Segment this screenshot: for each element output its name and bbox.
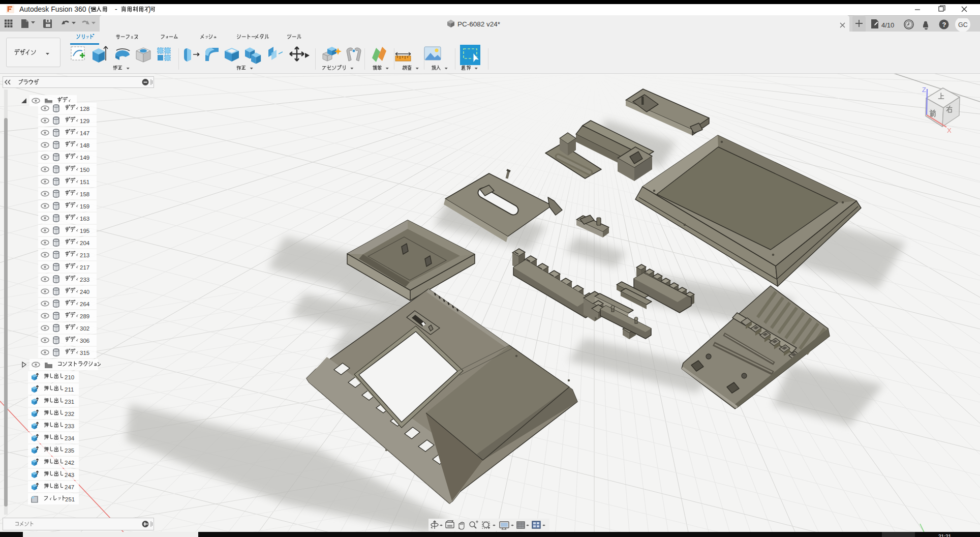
svg-text:GC: GC bbox=[958, 21, 968, 28]
svg-text:251: 251 bbox=[65, 496, 75, 502]
svg-text:128: 128 bbox=[80, 106, 89, 112]
svg-text:213: 213 bbox=[80, 252, 89, 258]
svg-text:163: 163 bbox=[80, 216, 89, 222]
svg-text:302: 302 bbox=[80, 325, 89, 332]
svg-text:151: 151 bbox=[80, 179, 89, 185]
svg-text:306: 306 bbox=[80, 338, 89, 344]
svg-text:233: 233 bbox=[65, 423, 74, 429]
svg-text:289: 289 bbox=[80, 313, 89, 319]
svg-text:211: 211 bbox=[65, 386, 74, 393]
svg-text:235: 235 bbox=[65, 448, 74, 454]
svg-text:150: 150 bbox=[80, 167, 89, 173]
svg-text:242: 242 bbox=[65, 460, 74, 466]
svg-text:234: 234 bbox=[65, 435, 75, 441]
svg-text:-: - bbox=[115, 5, 117, 13]
svg-text:195: 195 bbox=[80, 228, 89, 234]
svg-text:158: 158 bbox=[80, 191, 89, 197]
svg-text:315: 315 bbox=[80, 350, 89, 356]
svg-text:264: 264 bbox=[80, 301, 90, 307]
svg-text:231: 231 bbox=[65, 399, 74, 405]
svg-text:243: 243 bbox=[65, 472, 74, 478]
svg-text:240: 240 bbox=[80, 289, 89, 295]
svg-text:?: ? bbox=[942, 21, 946, 28]
svg-text:129: 129 bbox=[80, 118, 89, 124]
svg-text:4/10: 4/10 bbox=[881, 21, 894, 29]
svg-text:149: 149 bbox=[80, 155, 89, 161]
svg-text:232: 232 bbox=[65, 411, 74, 417]
svg-text:Z: Z bbox=[922, 86, 926, 94]
svg-text:PC-6082 v24*: PC-6082 v24* bbox=[457, 20, 501, 28]
svg-text:247: 247 bbox=[65, 484, 74, 490]
svg-text:X: X bbox=[947, 127, 952, 134]
svg-text:Autodesk Fusion 360 (: Autodesk Fusion 360 ( bbox=[19, 5, 90, 13]
svg-text:210: 210 bbox=[65, 374, 74, 380]
svg-text:159: 159 bbox=[80, 203, 89, 210]
svg-text:147: 147 bbox=[80, 130, 89, 136]
svg-text:148: 148 bbox=[80, 142, 89, 148]
svg-text:): ) bbox=[148, 5, 151, 13]
svg-text:233: 233 bbox=[80, 277, 89, 283]
svg-text:217: 217 bbox=[80, 264, 89, 271]
svg-text:204: 204 bbox=[80, 240, 90, 246]
